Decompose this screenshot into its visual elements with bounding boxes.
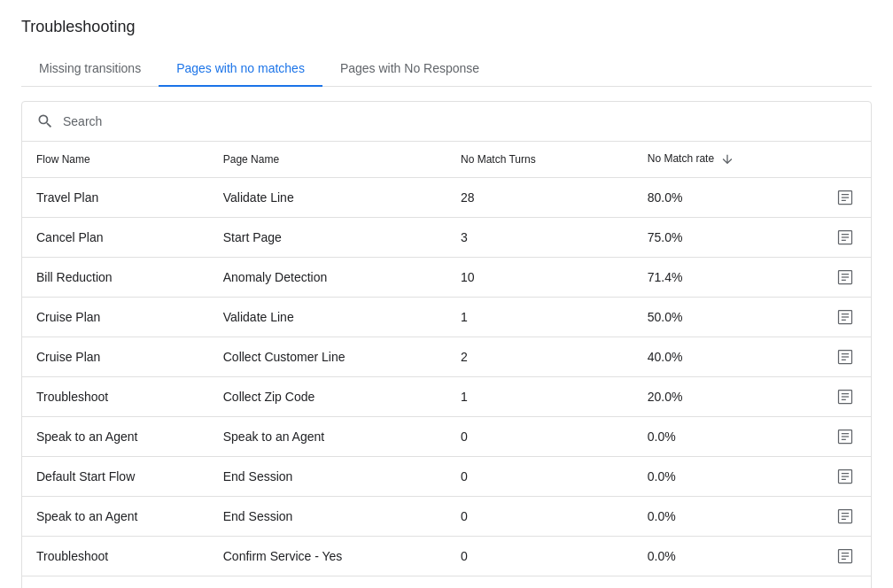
cell-page-name: End Session <box>209 457 446 497</box>
cell-no-match-turns: 28 <box>446 178 633 218</box>
cell-page-name: Validate Line <box>209 178 446 218</box>
cell-flow-name: Troubleshoot <box>22 537 209 576</box>
tab-pages-no-response[interactable]: Pages with No Response <box>322 50 497 86</box>
cell-flow-name: Speak to an Agent <box>22 497 209 537</box>
table-row: Speak to an AgentEnd Session00.0% <box>22 497 871 537</box>
sort-icon <box>720 152 734 166</box>
cell-no-match-turns: 1 <box>446 377 633 417</box>
cell-page-name: Validate Line <box>209 298 446 337</box>
cell-no-match-rate: 40.0% <box>633 337 820 377</box>
table-row: TroubleshootCollect Zip Code120.0% <box>22 377 871 417</box>
page-title: Troubleshooting <box>21 18 872 36</box>
data-table: Flow Name Page Name No Match Turns No Ma… <box>22 142 871 576</box>
cell-page-name: Collect Zip Code <box>209 377 446 417</box>
search-input[interactable] <box>63 114 857 128</box>
cell-page-name: Speak to an Agent <box>209 417 446 457</box>
detail-button[interactable] <box>834 507 857 525</box>
content-card: Flow Name Page Name No Match Turns No Ma… <box>21 101 872 588</box>
cell-page-name: Anomaly Detection <box>209 258 446 298</box>
table-body: Travel PlanValidate Line2880.0% Cancel P… <box>22 178 871 576</box>
cell-action[interactable] <box>819 377 871 417</box>
cell-action[interactable] <box>819 337 871 377</box>
cell-no-match-turns: 10 <box>446 258 633 298</box>
pagination-bar: Items per page: 10 1 - 10 of 28 <box>22 576 871 588</box>
cell-page-name: Start Page <box>209 218 446 258</box>
cell-page-name: Confirm Service - Yes <box>209 537 446 576</box>
cell-no-match-rate: 0.0% <box>633 457 820 497</box>
table-row: Cruise PlanCollect Customer Line240.0% <box>22 337 871 377</box>
cell-no-match-turns: 3 <box>446 218 633 258</box>
detail-button[interactable] <box>834 268 857 286</box>
cell-no-match-turns: 0 <box>446 537 633 576</box>
detail-button[interactable] <box>834 308 857 326</box>
cell-action[interactable] <box>819 178 871 218</box>
cell-flow-name: Default Start Flow <box>22 457 209 497</box>
table-row: Default Start FlowEnd Session00.0% <box>22 457 871 497</box>
cell-no-match-turns: 0 <box>446 457 633 497</box>
cell-flow-name: Travel Plan <box>22 178 209 218</box>
col-header-action <box>819 142 871 178</box>
tab-missing-transitions[interactable]: Missing transitions <box>21 50 159 86</box>
table-row: Cancel PlanStart Page375.0% <box>22 218 871 258</box>
cell-flow-name: Bill Reduction <box>22 258 209 298</box>
cell-no-match-rate: 50.0% <box>633 298 820 337</box>
detail-button[interactable] <box>834 428 857 445</box>
tab-pages-no-matches[interactable]: Pages with no matches <box>159 50 322 86</box>
detail-button[interactable] <box>834 547 857 565</box>
col-header-page-name: Page Name <box>209 142 446 178</box>
search-icon <box>36 112 54 130</box>
cell-no-match-rate: 20.0% <box>633 377 820 417</box>
cell-action[interactable] <box>819 417 871 457</box>
col-header-no-match-turns: No Match Turns <box>446 142 633 178</box>
cell-no-match-rate: 75.0% <box>633 218 820 258</box>
table-row: TroubleshootConfirm Service - Yes00.0% <box>22 537 871 576</box>
cell-action[interactable] <box>819 218 871 258</box>
cell-action[interactable] <box>819 497 871 537</box>
cell-no-match-turns: 0 <box>446 497 633 537</box>
table-row: Cruise PlanValidate Line150.0% <box>22 298 871 337</box>
col-header-flow-name: Flow Name <box>22 142 209 178</box>
table-header-row: Flow Name Page Name No Match Turns No Ma… <box>22 142 871 178</box>
cell-no-match-rate: 71.4% <box>633 258 820 298</box>
cell-flow-name: Cancel Plan <box>22 218 209 258</box>
table-row: Speak to an AgentSpeak to an Agent00.0% <box>22 417 871 457</box>
detail-button[interactable] <box>834 189 857 206</box>
cell-flow-name: Cruise Plan <box>22 337 209 377</box>
cell-action[interactable] <box>819 457 871 497</box>
detail-button[interactable] <box>834 348 857 366</box>
cell-page-name: End Session <box>209 497 446 537</box>
col-header-no-match-rate[interactable]: No Match rate <box>633 142 820 178</box>
cell-no-match-turns: 2 <box>446 337 633 377</box>
detail-button[interactable] <box>834 228 857 246</box>
cell-no-match-turns: 1 <box>446 298 633 337</box>
cell-flow-name: Speak to an Agent <box>22 417 209 457</box>
cell-flow-name: Cruise Plan <box>22 298 209 337</box>
cell-page-name: Collect Customer Line <box>209 337 446 377</box>
cell-no-match-rate: 0.0% <box>633 497 820 537</box>
cell-no-match-rate: 0.0% <box>633 417 820 457</box>
cell-no-match-turns: 0 <box>446 417 633 457</box>
tab-bar: Missing transitions Pages with no matche… <box>21 50 872 87</box>
table-row: Bill ReductionAnomaly Detection1071.4% <box>22 258 871 298</box>
cell-action[interactable] <box>819 258 871 298</box>
cell-no-match-rate: 0.0% <box>633 537 820 576</box>
cell-action[interactable] <box>819 537 871 576</box>
cell-action[interactable] <box>819 298 871 337</box>
search-bar <box>22 102 871 142</box>
detail-button[interactable] <box>834 468 857 485</box>
cell-flow-name: Troubleshoot <box>22 377 209 417</box>
table-row: Travel PlanValidate Line2880.0% <box>22 178 871 218</box>
cell-no-match-rate: 80.0% <box>633 178 820 218</box>
detail-button[interactable] <box>834 388 857 406</box>
